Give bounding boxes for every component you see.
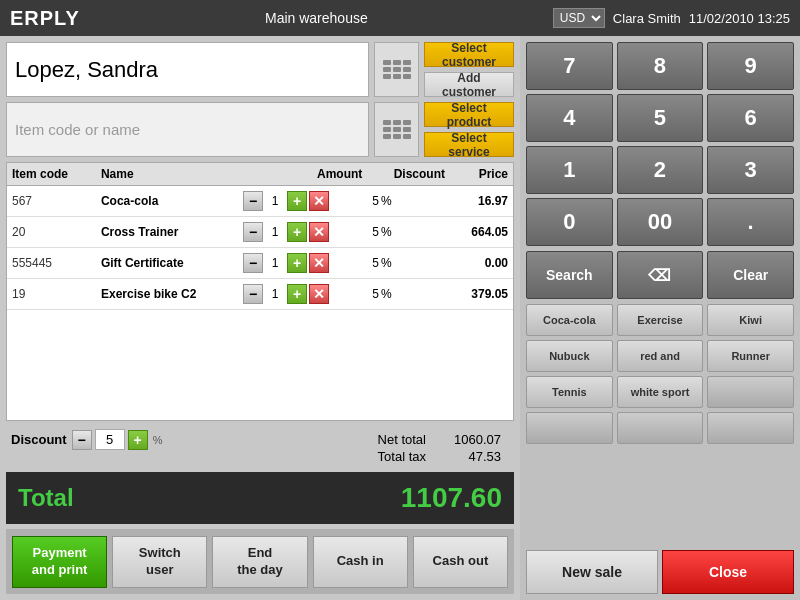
item-discount-3: 5 % <box>367 279 450 310</box>
quick-btn-9[interactable] <box>526 412 613 444</box>
numpad-key-1[interactable]: 1 <box>526 146 613 194</box>
total-label: Total <box>18 484 74 512</box>
product-row: Item code or name Select product Select … <box>6 102 514 157</box>
percent-symbol-3: % <box>381 287 392 301</box>
discount-value-2: 5 <box>372 256 379 270</box>
bottom-bar: Payment and print Switch user End the da… <box>6 529 514 594</box>
discount-decrease-button[interactable]: − <box>72 430 92 450</box>
clear-button[interactable]: Clear <box>707 251 794 299</box>
percent-symbol-0: % <box>381 194 392 208</box>
net-total-line: Net total 1060.07 <box>378 432 501 447</box>
end-day-button[interactable]: End the day <box>212 536 307 588</box>
keyboard-icon <box>383 120 411 139</box>
qty-increase-1[interactable]: + <box>287 222 307 242</box>
net-total-label: Net total <box>378 432 426 447</box>
item-qty-2: − 1 + ✕ <box>238 248 367 279</box>
currency-select[interactable]: USD <box>553 8 605 28</box>
qty-decrease-2[interactable]: − <box>243 253 263 273</box>
select-customer-button[interactable]: Select customer <box>424 42 514 67</box>
qty-val-1: 1 <box>265 225 285 239</box>
cash-out-button[interactable]: Cash out <box>413 536 508 588</box>
total-bar: Total 1107.60 <box>6 472 514 524</box>
quick-btn-10[interactable] <box>617 412 704 444</box>
items-tbody: 567 Coca-cola − 1 + ✕ 5 % 16.97 20 Cross… <box>7 186 513 310</box>
quick-btn-1[interactable]: Exercise <box>617 304 704 336</box>
discount-value: 5 <box>95 429 125 450</box>
header-right: USD Clara Smith 11/02/2010 13:25 <box>553 8 790 28</box>
total-tax-label: Total tax <box>378 449 426 464</box>
quick-btn-4[interactable]: red and <box>617 340 704 372</box>
discount-increase-button[interactable]: + <box>128 430 148 450</box>
cash-in-button[interactable]: Cash in <box>313 536 408 588</box>
backspace-button[interactable]: ⌫ <box>617 251 704 299</box>
quick-btn-6[interactable]: Tennis <box>526 376 613 408</box>
select-service-button[interactable]: Select service <box>424 132 514 157</box>
logo: ERPLY <box>10 7 80 30</box>
numpad-key-5[interactable]: 5 <box>617 94 704 142</box>
qty-increase-2[interactable]: + <box>287 253 307 273</box>
item-qty-1: − 1 + ✕ <box>238 217 367 248</box>
item-code-0: 567 <box>7 186 96 217</box>
quick-btn-11[interactable] <box>707 412 794 444</box>
numpad-key-2[interactable]: 2 <box>617 146 704 194</box>
numpad-key-0[interactable]: 0 <box>526 198 613 246</box>
item-name-0: Coca-cola <box>96 186 238 217</box>
qty-decrease-0[interactable]: − <box>243 191 263 211</box>
qty-delete-0[interactable]: ✕ <box>309 191 329 211</box>
datetime: 11/02/2010 13:25 <box>689 11 790 26</box>
new-sale-button[interactable]: New sale <box>526 550 658 594</box>
qty-delete-2[interactable]: ✕ <box>309 253 329 273</box>
tax-line: Total tax 47.53 <box>378 449 501 464</box>
customer-action-buttons: Select customer Add customer <box>424 42 514 97</box>
qty-decrease-1[interactable]: − <box>243 222 263 242</box>
qty-decrease-3[interactable]: − <box>243 284 263 304</box>
item-keyboard-button[interactable] <box>374 102 419 157</box>
user-name: Clara Smith <box>613 11 681 26</box>
item-name-2: Gift Certificate <box>96 248 238 279</box>
item-price-1: 664.05 <box>450 217 513 248</box>
items-table: Item code Name Amount Discount Price 567… <box>7 163 513 310</box>
customer-keyboard-button[interactable] <box>374 42 419 97</box>
item-search-display: Item code or name <box>6 102 369 157</box>
numpad-key-6[interactable]: 6 <box>707 94 794 142</box>
quick-btn-7[interactable]: white sport <box>617 376 704 408</box>
sale-close-row: New sale Close <box>526 550 794 594</box>
col-header-discount: Discount <box>367 163 450 186</box>
add-customer-button[interactable]: Add customer <box>424 72 514 97</box>
numpad-key-00[interactable]: 00 <box>617 198 704 246</box>
customer-name-display: Lopez, Sandra <box>6 42 369 97</box>
numpad-key-8[interactable]: 8 <box>617 42 704 90</box>
numpad-key-4[interactable]: 4 <box>526 94 613 142</box>
quick-btn-5[interactable]: Runner <box>707 340 794 372</box>
payment-print-button[interactable]: Payment and print <box>12 536 107 588</box>
select-product-button[interactable]: Select product <box>424 102 514 127</box>
qty-increase-3[interactable]: + <box>287 284 307 304</box>
quick-btn-2[interactable]: Kiwi <box>707 304 794 336</box>
item-qty-0: − 1 + ✕ <box>238 186 367 217</box>
search-button[interactable]: Search <box>526 251 613 299</box>
discount-value-1: 5 <box>372 225 379 239</box>
warehouse-label: Main warehouse <box>90 10 543 26</box>
close-button[interactable]: Close <box>662 550 794 594</box>
numpad-key-9[interactable]: 9 <box>707 42 794 90</box>
quick-btn-0[interactable]: Coca-cola <box>526 304 613 336</box>
numpad-key-.[interactable]: . <box>707 198 794 246</box>
table-row: 555445 Gift Certificate − 1 + ✕ 5 % 0.00 <box>7 248 513 279</box>
summaries: Net total 1060.07 Total tax 47.53 <box>378 429 509 464</box>
table-row: 20 Cross Trainer − 1 + ✕ 5 % 664.05 <box>7 217 513 248</box>
qty-increase-0[interactable]: + <box>287 191 307 211</box>
item-discount-0: 5 % <box>367 186 450 217</box>
quick-btn-3[interactable]: Nubuck <box>526 340 613 372</box>
numpad-key-7[interactable]: 7 <box>526 42 613 90</box>
qty-delete-1[interactable]: ✕ <box>309 222 329 242</box>
total-tax-value: 47.53 <box>441 449 501 464</box>
discount-percent-symbol: % <box>153 434 163 446</box>
backspace-icon: ⌫ <box>648 266 671 285</box>
item-discount-2: 5 % <box>367 248 450 279</box>
numpad-key-3[interactable]: 3 <box>707 146 794 194</box>
quick-btn-8[interactable] <box>707 376 794 408</box>
col-header-amount: Amount <box>238 163 367 186</box>
qty-delete-3[interactable]: ✕ <box>309 284 329 304</box>
qty-val-3: 1 <box>265 287 285 301</box>
switch-user-button[interactable]: Switch user <box>112 536 207 588</box>
